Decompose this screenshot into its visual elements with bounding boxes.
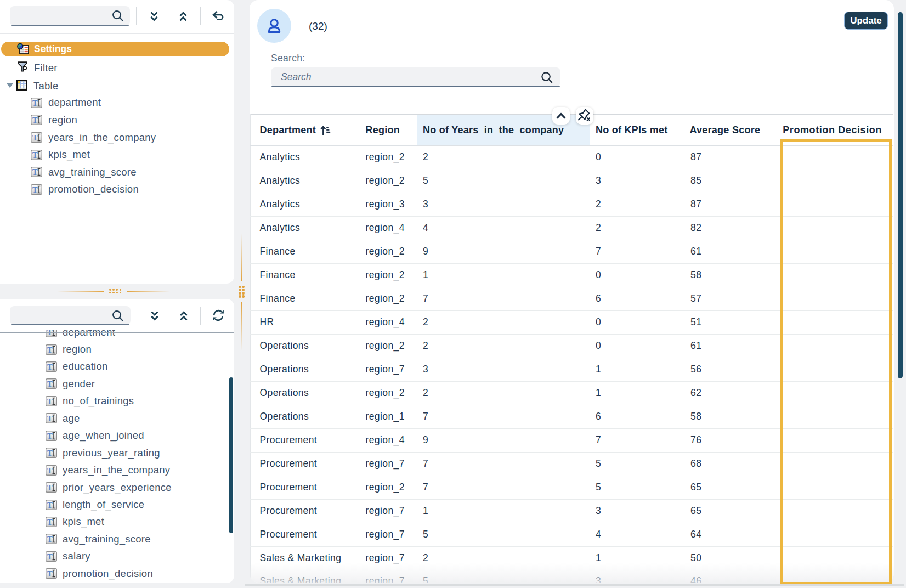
svg-text:T: T bbox=[32, 116, 38, 125]
svg-text:T: T bbox=[47, 431, 53, 440]
svg-text:T: T bbox=[47, 397, 53, 405]
svg-text:T: T bbox=[47, 500, 53, 509]
svg-text:T: T bbox=[47, 380, 53, 388]
svg-text:T: T bbox=[32, 98, 38, 107]
svg-text:T: T bbox=[32, 185, 38, 194]
svg-text:T: T bbox=[47, 449, 53, 457]
svg-text:T: T bbox=[47, 330, 53, 337]
svg-text:T: T bbox=[32, 150, 38, 159]
svg-text:T: T bbox=[32, 133, 38, 142]
svg-text:T: T bbox=[47, 362, 53, 371]
svg-text:T: T bbox=[47, 345, 53, 354]
svg-text:T: T bbox=[47, 466, 53, 474]
svg-text:T: T bbox=[47, 569, 53, 578]
svg-text:T: T bbox=[32, 168, 38, 177]
svg-text:T: T bbox=[47, 414, 53, 423]
svg-text:T: T bbox=[47, 552, 53, 561]
svg-text:T: T bbox=[47, 483, 53, 492]
svg-text:T: T bbox=[47, 535, 53, 544]
svg-text:T: T bbox=[47, 517, 53, 526]
